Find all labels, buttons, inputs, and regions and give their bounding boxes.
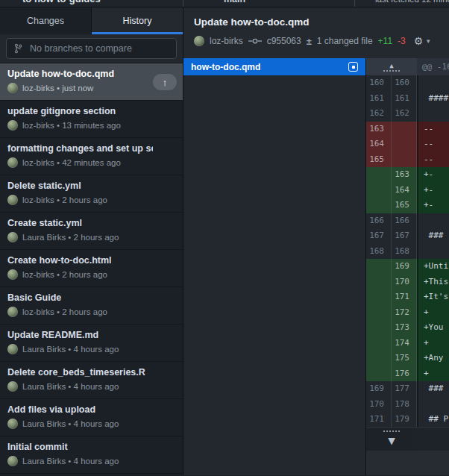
commit-list-item[interactable]: formatting changes and set up section 2 …: [0, 138, 183, 175]
commit-item-meta: loz-birks • 13 minutes ago: [22, 121, 121, 130]
old-line-number: 163: [366, 122, 392, 137]
diff-line-text: +: [417, 336, 449, 351]
file-row-selected[interactable]: how-to-doc.qmd: [183, 58, 365, 75]
diff-line: 171 179 ## P: [366, 412, 449, 428]
avatar: [7, 157, 18, 168]
deletions-count: -3: [398, 36, 406, 46]
file-list-empty-area: [183, 75, 365, 475]
additions-count: +11: [378, 36, 392, 46]
old-line-number: [366, 259, 392, 275]
avatar: [7, 307, 18, 317]
commit-item-title: formatting changes and set up section 2: [7, 143, 153, 154]
diff-empty-area: [366, 451, 449, 476]
branch-compare-input[interactable]: [30, 43, 169, 54]
commit-list-item[interactable]: Initial commit Laura Birks • 4 hours ago: [0, 436, 183, 474]
diff-line-text: [417, 244, 449, 260]
diff-line: 168 168: [366, 244, 449, 260]
old-line-number: 171: [366, 412, 392, 428]
commit-list-item[interactable]: update gitignore section loz-birks • 13 …: [0, 101, 183, 138]
diff-line: 164 --: [366, 137, 449, 152]
commit-list-item[interactable]: Add files via upload Laura Birks • 4 hou…: [0, 399, 183, 436]
old-line-number: 167: [366, 228, 392, 244]
commit-item-meta: loz-birks • 2 hours ago: [22, 270, 107, 279]
diff-line-text: --: [417, 122, 449, 137]
new-line-number: 171: [392, 289, 417, 305]
commit-item-meta: Laura Birks • 4 hours ago: [22, 382, 119, 391]
commit-detail-header: Update how-to-doc.qmd loz-birks c955063 …: [183, 7, 449, 58]
arrow-up-icon: ↑: [163, 77, 168, 88]
tab-changes[interactable]: Changes: [0, 7, 92, 34]
diff-line: 169 177 ###: [366, 381, 449, 397]
avatar: [194, 36, 204, 46]
file-name: how-to-doc.qmd: [191, 62, 260, 72]
diff-line-text: +-: [417, 167, 449, 183]
commit-item-title: Update README.md: [7, 330, 153, 340]
commit-item-title: update gitignore section: [7, 106, 153, 116]
diff-line: 172 +: [366, 305, 449, 321]
chevron-down-icon: ▼: [425, 38, 431, 45]
commit-icon: [248, 37, 262, 46]
commit-item-meta: Laura Birks • 2 hours ago: [22, 233, 119, 242]
diff-line-text: +You: [417, 320, 449, 336]
new-line-number: 166: [392, 213, 417, 229]
new-line-number: 168: [392, 244, 417, 260]
avatar: [7, 344, 18, 354]
current-repository-button[interactable]: to how-to-guides: [22, 0, 101, 7]
avatar: [7, 381, 18, 392]
commit-list-item[interactable]: Create static.yml Laura Birks • 2 hours …: [0, 213, 183, 250]
diff-line: 161 161 ####: [366, 91, 449, 107]
expand-diff-down-button[interactable]: ▼: [366, 428, 417, 451]
diff-view: ▲ @@ -16 160 160 161 161 #### 162 162 16…: [365, 58, 449, 475]
old-line-number: 169: [366, 381, 392, 397]
diff-line: 166 166: [366, 213, 449, 229]
avatar: [7, 232, 18, 242]
sidebar-tabs: Changes History: [0, 7, 183, 34]
toolbar-divider: [354, 0, 355, 7]
old-line-number: [366, 351, 392, 366]
commit-list-item[interactable]: Delete core_beds_timeseries.R Laura Birk…: [0, 362, 183, 399]
old-line-number: [366, 198, 392, 213]
diff-line: 164 +-: [366, 183, 449, 198]
diff-line: 169 +Until: [366, 259, 449, 275]
commit-list-item[interactable]: Update how-to-doc.qmd loz-birks • just n…: [0, 63, 183, 101]
diff-line-text: +It's: [417, 289, 449, 305]
expand-diff-up-button[interactable]: ▲: [366, 58, 417, 75]
diff-line: 163 +-: [366, 167, 449, 183]
diffstat-icon: ±: [307, 36, 312, 47]
commit-item-title: Delete static.yml: [7, 181, 153, 191]
new-line-number: 161: [392, 91, 417, 107]
avatar: [7, 456, 18, 466]
commit-item-title: Update how-to-doc.qmd: [7, 69, 153, 79]
new-line-number: [392, 152, 417, 168]
commit-item-meta: loz-birks • 2 hours ago: [22, 307, 107, 316]
diff-options-button[interactable]: ⚙ ▼: [414, 35, 431, 47]
expand-dots: [383, 430, 400, 432]
diff-expand-filler: [417, 428, 449, 451]
current-branch-button[interactable]: main: [224, 0, 245, 7]
commit-list-item[interactable]: Update README.md Laura Birks • 4 hours a…: [0, 325, 183, 362]
expand-dots: [383, 70, 400, 72]
diff-line-text: [417, 213, 449, 229]
new-line-number: 172: [392, 305, 417, 321]
arrow-down-icon: ▼: [388, 433, 395, 448]
arrow-up-icon: ▲: [389, 63, 393, 69]
commit-sha[interactable]: c955063: [267, 36, 301, 46]
old-line-number: [366, 305, 392, 321]
old-line-number: [366, 275, 392, 290]
tab-history[interactable]: History: [92, 7, 183, 34]
commit-author: loz-birks: [210, 36, 243, 46]
diff-line-text: --: [417, 137, 449, 152]
commit-list-item[interactable]: Create how-to-doc.html loz-birks • 2 hou…: [0, 250, 183, 287]
old-line-number: 161: [366, 91, 392, 107]
avatar: [7, 419, 18, 429]
new-line-number: 179: [392, 412, 417, 428]
branch-compare-box[interactable]: [6, 38, 177, 59]
diff-line: 167 167 ###: [366, 228, 449, 244]
diff-line: 170 178: [366, 397, 449, 413]
commit-list-item[interactable]: Basic Guide loz-birks • 2 hours ago: [0, 287, 183, 325]
diff-line-text: +Until: [417, 259, 449, 275]
fetch-origin-button[interactable]: last fetched 12 minutes ago: [375, 0, 449, 7]
commit-list-item[interactable]: Delete static.yml loz-birks • 2 hours ag…: [0, 175, 183, 213]
old-line-number: 162: [366, 106, 392, 122]
old-line-number: 170: [366, 397, 392, 413]
